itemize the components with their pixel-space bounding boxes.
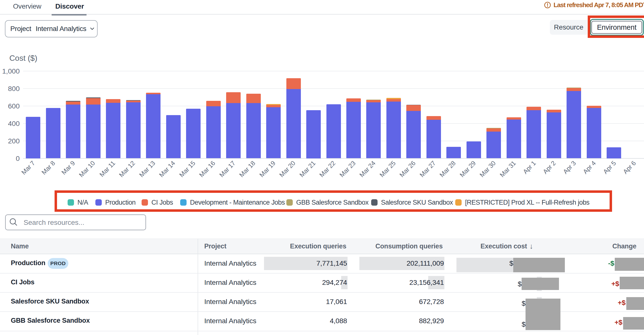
row-name[interactable]: Salesforce SKU Sandbox — [11, 298, 89, 305]
bar-mar-30[interactable] — [486, 128, 501, 158]
bar-mar-22[interactable] — [326, 104, 341, 158]
bar-mar-9[interactable] — [66, 101, 80, 158]
bar-mar-25[interactable] — [386, 98, 401, 158]
bar-segment — [506, 117, 521, 120]
bar-segment — [346, 98, 361, 102]
column-header-project[interactable]: Project — [204, 242, 226, 250]
bar-mar-21[interactable] — [306, 110, 321, 158]
bar-mar-10[interactable] — [86, 97, 100, 158]
row-name[interactable]: CI Jobs — [11, 278, 34, 286]
bar-mar-14[interactable] — [166, 115, 181, 158]
bar-mar-29[interactable] — [466, 141, 481, 158]
row-border — [0, 331, 644, 331]
bar-segment — [166, 115, 181, 158]
bar-segment — [386, 99, 401, 102]
x-axis-tick-label: Mar 21 — [298, 159, 317, 179]
y-axis-tick-label: 200 — [0, 137, 20, 145]
x-axis-tick-label: Mar 16 — [198, 159, 217, 179]
bar-segment — [286, 89, 301, 158]
bar-apr-5[interactable] — [607, 147, 621, 158]
column-header-execution-cost[interactable]: Execution cost — [480, 242, 527, 250]
y-axis-tick-label: 400 — [0, 120, 20, 127]
bar-apr-3[interactable] — [566, 88, 581, 158]
bar-segment — [366, 102, 381, 158]
bar-mar-8[interactable] — [46, 108, 60, 158]
cost-bar-chart: 02004006008001,000Mar 7Mar 8Mar 9Mar 10M… — [0, 0, 644, 192]
column-header-change[interactable]: Change — [612, 242, 636, 250]
bar-segment — [186, 109, 200, 158]
x-axis-tick-label: Mar 23 — [338, 159, 357, 179]
redaction-box — [513, 258, 565, 272]
bar-segment — [246, 94, 261, 103]
bar-segment — [426, 116, 441, 120]
bar-segment — [126, 102, 140, 158]
bar-segment — [566, 91, 581, 158]
x-axis-tick-label: Mar 20 — [278, 159, 297, 179]
x-axis-tick-label: Mar 13 — [138, 159, 157, 179]
bar-mar-18[interactable] — [246, 94, 261, 158]
bar-segment — [106, 99, 120, 103]
bar-mar-7[interactable] — [26, 117, 40, 158]
bar-segment — [266, 107, 281, 158]
bar-apr-4[interactable] — [587, 106, 601, 158]
bar-segment — [206, 106, 221, 158]
row-execution-queries: 17,061 — [326, 298, 347, 306]
row-name[interactable]: GBB Salesforce Sandbox — [11, 317, 90, 324]
bar-mar-24[interactable] — [366, 100, 381, 158]
x-axis-tick-label: Mar 8 — [40, 159, 57, 176]
sort-descending-icon[interactable]: ↓ — [530, 242, 533, 250]
bar-mar-27[interactable] — [426, 116, 441, 158]
bar-segment — [607, 147, 621, 158]
x-axis-tick-label: Mar 11 — [98, 159, 117, 178]
bar-mar-11[interactable] — [106, 99, 120, 158]
bar-segment — [406, 105, 421, 111]
bar-apr-2[interactable] — [547, 110, 561, 158]
bar-mar-15[interactable] — [186, 109, 200, 158]
x-axis-tick-label: Apr 3 — [562, 159, 578, 176]
row-execution-cost: $ — [522, 299, 526, 307]
gridline-y-1000 — [23, 71, 644, 71]
bar-mar-12[interactable] — [126, 100, 140, 158]
bar-mar-28[interactable] — [446, 147, 461, 158]
bar-segment — [86, 105, 100, 158]
row-project: Internal Analytics — [204, 259, 256, 267]
x-axis-tick-label: Mar 14 — [158, 159, 177, 179]
bar-mar-19[interactable] — [266, 104, 281, 158]
bar-segment — [547, 110, 561, 112]
row-name[interactable]: Production — [11, 259, 46, 267]
x-axis-tick-label: Mar 24 — [358, 159, 377, 179]
bar-segment — [446, 147, 461, 158]
bar-segment — [406, 111, 421, 158]
bar-mar-17[interactable] — [226, 92, 241, 158]
bar-mar-13[interactable] — [146, 93, 160, 158]
bar-segment — [226, 92, 241, 103]
column-header-execution-queries[interactable]: Execution queries — [290, 242, 346, 250]
bar-segment — [466, 141, 481, 158]
redaction-box — [626, 297, 644, 310]
bar-segment — [366, 100, 381, 102]
y-axis-tick-label: 600 — [0, 102, 20, 110]
row-execution-queries: 4,088 — [330, 317, 347, 325]
bar-segment — [386, 102, 401, 158]
bar-mar-23[interactable] — [346, 98, 361, 158]
bar-mar-31[interactable] — [506, 117, 521, 158]
bar-apr-1[interactable] — [526, 107, 541, 158]
bar-segment — [66, 102, 80, 105]
bar-segment — [486, 132, 501, 158]
x-axis-tick-label: Apr 6 — [622, 159, 638, 176]
x-axis-tick-label: Mar 22 — [318, 159, 337, 179]
bar-segment — [587, 106, 601, 108]
x-axis-tick-label: Apr 2 — [542, 159, 558, 176]
bar-mar-26[interactable] — [406, 105, 421, 158]
bar-segment — [346, 102, 361, 158]
bar-segment — [526, 107, 541, 110]
bar-mar-16[interactable] — [206, 101, 221, 158]
bar-segment — [226, 103, 241, 158]
bar-segment — [506, 120, 521, 158]
x-axis-tick-label: Mar 9 — [60, 159, 77, 176]
column-header-consumption-queries[interactable]: Consumption queries — [375, 242, 443, 250]
bar-segment — [306, 110, 321, 158]
search-resources-input[interactable]: Search resources... — [5, 214, 146, 230]
bar-mar-20[interactable] — [286, 78, 301, 158]
column-header-name[interactable]: Name — [11, 242, 29, 250]
